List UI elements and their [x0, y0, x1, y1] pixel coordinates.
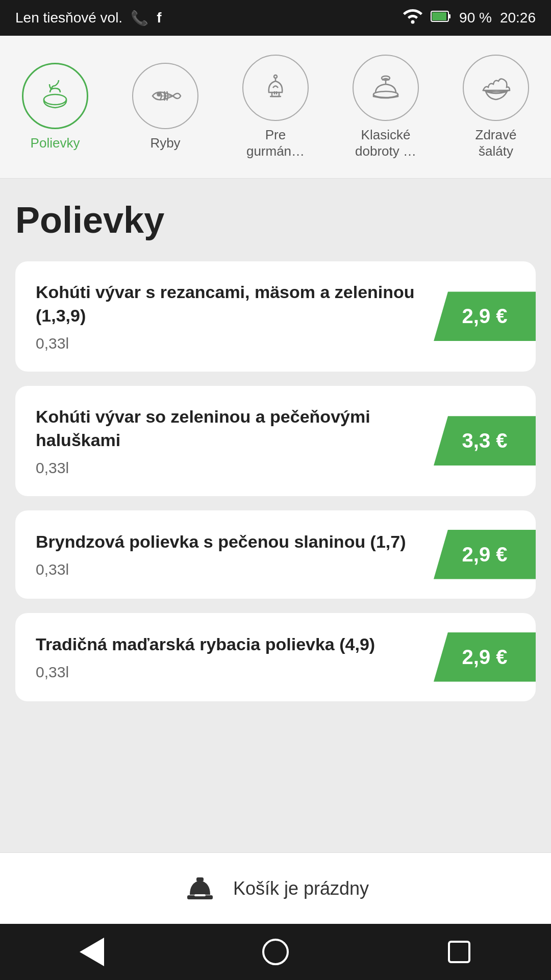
status-text: Len tiesňové vol. [15, 10, 122, 26]
facebook-icon: f [157, 10, 161, 26]
battery-icon [431, 10, 451, 27]
menu-item-info: Kohúti vývar s rezancami, mäsom a zeleni… [36, 281, 434, 352]
section-title: Polievky [15, 199, 536, 241]
menu-item-volume: 0,33l [36, 459, 423, 477]
menu-item[interactable]: Kohúti vývar so zeleninou a pečeňovými h… [15, 386, 536, 496]
bottom-bar[interactable]: Košík je prázdny [0, 852, 551, 924]
svg-point-12 [274, 75, 277, 78]
nav-back-icon [80, 938, 104, 966]
menu-item[interactable]: Tradičná maďarská rybacia polievka (4,9)… [15, 613, 536, 701]
status-left: Len tiesňové vol. 📞 f [15, 10, 161, 27]
category-polievky[interactable]: Polievky [0, 36, 110, 178]
svg-rect-3 [432, 12, 446, 20]
menu-item-name: Tradičná maďarská rybacia polievka (4,9) [36, 633, 423, 656]
menu-item-price: 2,9 € [434, 530, 536, 579]
cart-label: Košík je prázdny [233, 878, 369, 899]
android-nav [0, 924, 551, 980]
category-polievky-icon-wrap [22, 63, 88, 129]
menu-item-price: 3,3 € [434, 416, 536, 465]
category-pre-gurmanow[interactable]: Pre gurmán… [220, 36, 331, 178]
phone-icon: 📞 [131, 10, 148, 27]
nav-recent-icon [448, 941, 470, 963]
svg-rect-16 [196, 877, 204, 881]
menu-item-volume: 0,33l [36, 335, 423, 352]
wifi-icon [403, 9, 422, 28]
category-klasicke-label: Klasické dobroty … [355, 127, 416, 159]
svg-point-4 [44, 94, 66, 105]
time-text: 20:26 [500, 10, 536, 26]
category-ryby[interactable]: Ryby [110, 36, 220, 178]
svg-point-5 [158, 93, 160, 95]
menu-item-name: Bryndzová polievka s pečenou slaninou (1… [36, 530, 423, 554]
category-klasicke[interactable]: Klasické dobroty … [331, 36, 441, 178]
menu-item-info: Kohúti vývar so zeleninou a pečeňovými h… [36, 405, 434, 477]
menu-item-info: Tradičná maďarská rybacia polievka (4,9)… [36, 633, 434, 681]
cart-icon [182, 867, 218, 910]
category-ryby-label: Ryby [150, 135, 180, 151]
menu-item-volume: 0,33l [36, 561, 423, 578]
menu-item-price: 2,9 € [434, 291, 536, 341]
category-nav: Polievky Ryby [0, 36, 551, 179]
svg-point-0 [411, 20, 415, 23]
menu-item-volume: 0,33l [36, 664, 423, 681]
status-right: 90 % 20:26 [403, 9, 536, 28]
menu-item-name: Kohúti vývar so zeleninou a pečeňovými h… [36, 405, 423, 452]
menu-item-name: Kohúti vývar s rezancami, mäsom a zeleni… [36, 281, 423, 328]
battery-text: 90 % [459, 10, 492, 26]
svg-point-13 [373, 91, 398, 97]
category-zdrave-label: Zdravé šaláty [475, 127, 517, 159]
category-pre-gurmanow-icon-wrap [242, 55, 309, 121]
menu-item[interactable]: Bryndzová polievka s pečenou slaninou (1… [15, 510, 536, 599]
nav-back-button[interactable] [77, 937, 107, 967]
category-zdrave[interactable]: Zdravé šaláty [441, 36, 551, 178]
category-ryby-icon-wrap [132, 63, 198, 129]
menu-list: Kohúti vývar s rezancami, mäsom a zeleni… [15, 261, 536, 701]
menu-item-info: Bryndzová polievka s pečenou slaninou (1… [36, 530, 434, 578]
svg-rect-2 [448, 14, 450, 18]
category-zdrave-icon-wrap [463, 55, 529, 121]
category-klasicke-icon-wrap [353, 55, 419, 121]
nav-home-button[interactable] [260, 937, 291, 967]
category-pre-gurmanow-label: Pre gurmán… [246, 127, 305, 159]
svg-rect-17 [194, 894, 206, 896]
menu-item-price: 2,9 € [434, 632, 536, 682]
nav-recent-button[interactable] [444, 937, 474, 967]
menu-item[interactable]: Kohúti vývar s rezancami, mäsom a zeleni… [15, 261, 536, 372]
status-bar: Len tiesňové vol. 📞 f 90 % 20:26 [0, 0, 551, 36]
category-polievky-label: Polievky [31, 135, 80, 151]
nav-home-icon [262, 939, 289, 965]
main-content: Polievky Kohúti vývar s rezancami, mäsom… [0, 179, 551, 852]
